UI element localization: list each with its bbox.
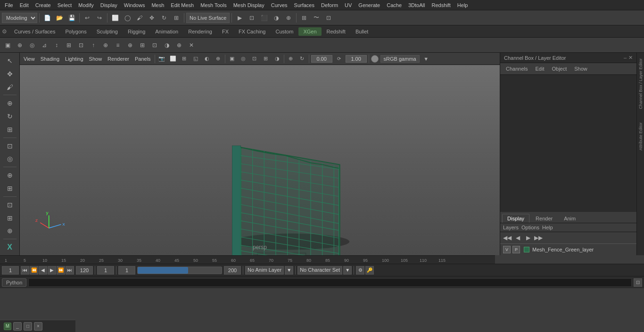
layer-playback-btn[interactable]: P <box>512 246 520 253</box>
vp-menu-show[interactable]: Show <box>87 55 104 63</box>
render-icon[interactable]: ▶ <box>234 12 245 24</box>
workspace-select[interactable]: Modeling <box>2 13 37 23</box>
scale-tool-icon[interactable]: ⊞ <box>3 123 17 136</box>
layer-next-icon[interactable]: ▶ <box>524 234 532 242</box>
gear-icon[interactable]: ⚙ <box>2 28 7 35</box>
soft-select2-icon[interactable]: ⊞ <box>3 182 17 194</box>
xgen-tool-15[interactable]: ⊕ <box>173 40 185 51</box>
undo-icon[interactable]: ↩ <box>82 12 93 24</box>
xgen-tool-12[interactable]: ⊞ <box>137 40 148 51</box>
menu-modify[interactable]: Modify <box>75 1 96 9</box>
xgen-tool-11[interactable]: ⊕ <box>124 40 136 51</box>
restore-btn[interactable]: □ <box>24 322 32 331</box>
xgen-tool-5[interactable]: ↕ <box>51 40 62 51</box>
menu-cache[interactable]: Cache <box>384 1 405 9</box>
scale-input[interactable] <box>346 55 367 63</box>
vp-grid-icon[interactable]: ⊞ <box>180 54 189 64</box>
xgen-tool-16[interactable]: ✕ <box>186 40 197 51</box>
close-btn[interactable]: × <box>34 322 42 331</box>
python-input[interactable] <box>28 278 632 287</box>
menu-deform[interactable]: Deform <box>318 1 341 9</box>
layer-tab-anim[interactable]: Anim <box>559 214 581 223</box>
xgen-tool-1[interactable]: ▣ <box>2 40 13 51</box>
color-swatch[interactable] <box>371 55 379 63</box>
display-icon[interactable]: ⊡ <box>3 199 17 211</box>
layer-opt-layers[interactable]: Layers <box>503 225 519 230</box>
render3-icon[interactable]: ⬛ <box>258 12 270 24</box>
menu-uv[interactable]: UV <box>342 1 355 9</box>
menu-3dtoall[interactable]: 3DtoAll <box>405 1 428 9</box>
tab-rendering[interactable]: Rendering <box>183 27 217 36</box>
menu-display[interactable]: Display <box>98 1 120 9</box>
vp-cam-icon[interactable]: 📷 <box>157 54 166 64</box>
xgen-tool-6[interactable]: ⊞ <box>63 40 74 51</box>
play-back-btn[interactable]: ◀ <box>39 266 47 275</box>
vp-menu-view[interactable]: View <box>22 55 37 63</box>
tab-xgen[interactable]: XGen <box>298 27 321 36</box>
xgen-tool-13[interactable]: ⊡ <box>149 40 160 51</box>
tab-fx-caching[interactable]: FX Caching <box>234 27 270 36</box>
vp-film-icon[interactable]: ⬜ <box>168 54 178 64</box>
snap2-icon[interactable]: ◎ <box>3 153 17 165</box>
vp-display1-icon[interactable]: ▣ <box>227 54 237 64</box>
new-file-icon[interactable]: 📄 <box>41 12 53 24</box>
gamma-label[interactable]: sRGB gamma <box>380 55 420 63</box>
step-back-btn[interactable]: ⏪ <box>30 266 38 275</box>
render4-icon[interactable]: ◑ <box>271 12 282 24</box>
xgen-icon[interactable]: X <box>3 241 17 253</box>
menu-surfaces[interactable]: Surfaces <box>291 1 317 9</box>
layer-row[interactable]: V P Mesh_Fence_Green_layer <box>500 244 636 255</box>
current-frame-input[interactable] <box>97 266 114 275</box>
tab-custom[interactable]: Custom <box>271 27 298 36</box>
vp-menu-panels[interactable]: Panels <box>133 55 153 63</box>
cb-tab-edit[interactable]: Edit <box>533 65 546 73</box>
move-tool-icon[interactable]: ⊕ <box>3 97 17 109</box>
transform-icon[interactable]: ✥ <box>3 68 17 80</box>
vp-menu-shading[interactable]: Shading <box>39 55 61 63</box>
panel-close-icon[interactable]: ✕ <box>628 55 633 61</box>
vp-menu-lighting[interactable]: Lighting <box>63 55 85 63</box>
layer-tab-display[interactable]: Display <box>502 214 529 223</box>
anim-layer-menu-btn[interactable]: ▼ <box>285 266 293 275</box>
attribute-editor-edge-label[interactable]: Attribute Editor <box>637 121 644 153</box>
char-set-menu-btn[interactable]: ▼ <box>343 266 352 275</box>
minimize-btn[interactable]: _ <box>13 322 22 331</box>
layer-tab-render[interactable]: Render <box>530 214 558 223</box>
tab-curves-surfaces[interactable]: Curves / Surfaces <box>9 27 60 36</box>
save-file-icon[interactable]: 💾 <box>66 12 77 24</box>
paint-select-icon[interactable]: 🖌 <box>3 81 17 93</box>
menu-help[interactable]: Help <box>454 1 471 9</box>
menu-file[interactable]: File <box>2 1 16 9</box>
xgen-tool-10[interactable]: ≡ <box>112 40 124 51</box>
cb-tab-object[interactable]: Object <box>550 65 569 73</box>
redo-icon[interactable]: ↪ <box>94 12 105 24</box>
goto-start-btn[interactable]: ⏮ <box>21 266 29 275</box>
display2-icon[interactable]: ⊞ <box>3 212 17 224</box>
paint-icon[interactable]: 🖌 <box>134 12 145 24</box>
render2-icon[interactable]: ⊡ <box>246 12 257 24</box>
cb-tab-channels[interactable]: Channels <box>504 65 529 73</box>
menu-windows[interactable]: Windows <box>121 1 148 9</box>
tab-animation[interactable]: Animation <box>150 27 183 36</box>
menu-create[interactable]: Create <box>33 1 54 9</box>
menu-redshift[interactable]: Redshift <box>429 1 453 9</box>
vp-shade2-icon[interactable]: ⊕ <box>214 54 223 64</box>
3d-viewport[interactable]: x y z persp <box>20 65 500 255</box>
channel-box-edge-label[interactable]: Channel Box / Layer Editor <box>637 57 644 111</box>
layer-add-icon[interactable]: ◀◀ <box>503 234 512 242</box>
select-mode-icon[interactable]: ↖ <box>3 55 17 67</box>
gamma-dropdown-icon[interactable]: ▼ <box>421 54 431 64</box>
range-start-input[interactable] <box>118 266 135 275</box>
soft-select-icon[interactable]: ⊕ <box>3 169 17 181</box>
xgen-tool-3[interactable]: ◎ <box>26 40 38 51</box>
xgen-tool-14[interactable]: ◑ <box>161 40 173 51</box>
layer-opt-options[interactable]: Options <box>521 225 539 230</box>
vp-display4-icon[interactable]: ⊞ <box>261 54 271 64</box>
live-surface-button[interactable]: No Live Surface <box>186 13 230 23</box>
xgen-tool-8[interactable]: ↑ <box>88 40 99 51</box>
vp-menu-renderer[interactable]: Renderer <box>106 55 131 63</box>
script-editor-icon[interactable]: ⊡ <box>634 278 642 287</box>
layer-prev-icon[interactable]: ◀ <box>513 234 522 242</box>
menu-edit[interactable]: Edit <box>17 1 32 9</box>
tab-sculpting[interactable]: Sculpting <box>92 27 123 36</box>
